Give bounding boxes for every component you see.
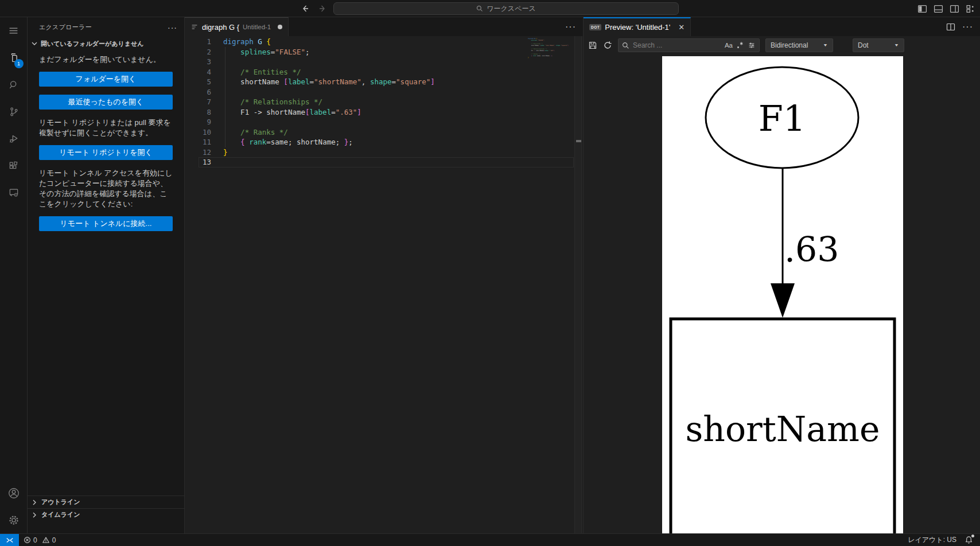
preview-tab-label: Preview: 'Untitled-1' [605,23,670,32]
preview-search-box: Aa [618,38,760,52]
sidebar-item-run-debug[interactable] [0,125,28,152]
toggle-secondary-sidebar-icon[interactable] [950,4,959,14]
tab-untitled-1[interactable]: digraph G { Untitled-1 [185,17,289,36]
match-case-toggle[interactable]: Aa [725,42,733,49]
remote-tunnel-text: リモート トンネル アクセスを有効にしたコンピューターに接続する場合や、その方法… [39,168,173,209]
history-forward-icon[interactable] [318,4,327,13]
sidebar-more-actions-icon[interactable]: ··· [168,23,177,32]
outline-pane-header[interactable]: アウトライン [28,496,184,508]
explorer-sidebar: エクスプローラー ··· 開いているフォルダーがありません まだフォルダーを開い… [28,17,185,533]
problems-indicator[interactable]: 0 0 [24,536,56,544]
engine-dropdown[interactable]: Dot▼ [853,38,904,52]
editor-more-actions-icon[interactable]: ··· [565,22,576,32]
dot-language-icon: DOT [589,24,601,30]
editor-tab-bar: digraph G { Untitled-1 ··· [185,17,583,36]
toggle-panel-icon[interactable] [934,4,943,14]
errors-count: 0 [33,536,37,544]
title-bar: ワークスペース [0,0,980,17]
edge-label: .63 [784,229,839,270]
command-center[interactable]: ワークスペース [333,2,679,15]
search-icon [622,42,629,49]
sidebar-item-remote-explorer[interactable] [0,179,28,206]
errors-icon [24,536,31,544]
sidebar-item-extensions[interactable] [0,152,28,179]
remote-repo-text: リモート リポジトリまたは pull 要求を複製せずに開くことができます。 [39,118,173,138]
chevron-right-icon [30,510,39,520]
keyboard-layout-indicator[interactable]: レイアウト: US [908,535,956,545]
preview-group: DOT Preview: 'Untitled-1' ✕ ··· Aa [583,17,980,533]
warnings-icon [42,536,50,544]
preview-search-input[interactable] [633,41,721,49]
edge-arrowhead [771,283,795,318]
file-icon [190,23,199,31]
no-folder-text: まだフォルダーを開いていません。 [39,54,173,65]
preview-tab-bar: DOT Preview: 'Untitled-1' ✕ ··· [584,17,980,36]
overview-ruler[interactable] [574,36,582,533]
customize-layout-icon[interactable] [966,4,975,14]
code-editor[interactable]: 12345678910111213 digraph G { splines="F… [185,36,583,533]
sidebar-item-source-control[interactable] [0,98,28,125]
search-options-icon[interactable] [748,41,756,49]
chevron-right-icon [30,498,39,507]
tab-preview-untitled-1[interactable]: DOT Preview: 'Untitled-1' ✕ [584,17,691,36]
history-back-icon[interactable] [301,4,310,13]
line-numbers: 12345678910111213 [185,37,211,167]
split-editor-icon[interactable] [946,22,955,32]
direction-dropdown[interactable]: Bidirectional▼ [765,38,833,52]
tab-description: Untitled-1 [243,24,271,30]
notifications-bell-icon[interactable] [965,536,973,544]
toggle-primary-sidebar-icon[interactable] [917,4,927,14]
status-bar: 0 0 レイアウト: US [0,533,980,546]
refresh-icon[interactable] [603,41,612,50]
node-f1-label: F1 [759,98,806,139]
open-folder-button[interactable]: フォルダーを開く [39,72,173,87]
graph-preview[interactable]: F1 .63 shortName [584,54,980,533]
close-icon[interactable]: ✕ [678,23,685,32]
explorer-badge: 1 [14,59,24,68]
save-icon[interactable] [588,41,597,50]
editor-group: digraph G { Untitled-1 ··· 1234567891011… [185,17,583,533]
preview-more-actions-icon[interactable]: ··· [962,22,973,32]
warnings-count: 0 [52,536,56,544]
sidebar-item-explorer[interactable]: 1 [0,44,28,71]
sidebar-title: エクスプローラー [39,23,168,32]
minimap[interactable]: digraph G { splines="FALSE"; /* Entities… [528,38,574,60]
code-lines: digraph G { splines="FALSE"; /* Entities… [223,37,435,167]
open-recent-button[interactable]: 最近使ったものを開く [39,95,173,110]
preview-toolbar: Aa Bidirectional▼ Dot▼ [584,36,980,54]
search-icon [476,5,483,12]
remote-indicator[interactable] [0,534,19,546]
ruler-cursor-mark [576,140,581,142]
graph-canvas: F1 .63 shortName [662,56,903,533]
open-remote-repository-button[interactable]: リモート リポジトリを開く [39,145,173,160]
chevron-down-icon [30,39,39,48]
activity-bar: 1 [0,17,28,533]
graphviz-rendering: F1 .63 shortName [662,56,903,533]
sidebar-item-search[interactable] [0,71,28,98]
connect-remote-tunnel-button[interactable]: リモート トンネルに接続... [39,216,173,231]
command-center-label: ワークスペース [487,4,535,14]
node-shortname-label: shortName [685,409,880,449]
timeline-pane-header[interactable]: タイムライン [28,508,184,521]
tab-label: digraph G { [202,23,239,32]
dirty-indicator-icon[interactable] [278,25,282,29]
menu-icon[interactable] [0,17,28,44]
account-icon[interactable] [0,479,28,506]
settings-gear-icon[interactable] [0,506,28,533]
regex-toggle[interactable] [736,41,744,49]
no-folder-section-header[interactable]: 開いているフォルダーがありません [28,37,184,50]
